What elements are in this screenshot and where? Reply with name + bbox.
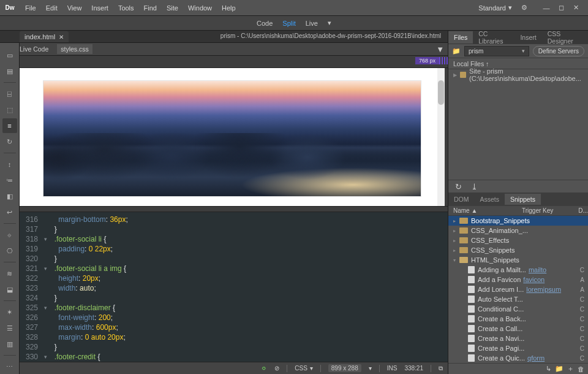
close-tab-icon[interactable]: ✕ xyxy=(59,34,64,40)
sync-icon[interactable]: ⚙ xyxy=(519,3,529,13)
snippet-item[interactable]: Create a Call...C xyxy=(448,324,588,334)
document-tab[interactable]: index.html ✕ xyxy=(20,31,69,42)
filter-icon[interactable]: ▼ xyxy=(436,45,444,54)
maximize-icon[interactable]: ◻ xyxy=(556,3,566,13)
minimize-icon[interactable]: — xyxy=(541,3,551,13)
snippet-item[interactable]: Adding a Mailt...mailtoC xyxy=(448,265,588,275)
code-line[interactable]: 317 } xyxy=(20,224,448,234)
tool-more[interactable]: ⋯ xyxy=(2,359,17,374)
tool-comment[interactable]: ◧ xyxy=(2,189,17,204)
snippets-header[interactable]: Name ▲ Trigger Key D... xyxy=(448,205,588,216)
snippet-folder[interactable]: ▸Bootstrap_Snippets xyxy=(448,216,588,226)
tool-inspect[interactable]: ≡ xyxy=(2,118,17,133)
tab-snippets[interactable]: Snippets xyxy=(505,194,541,205)
menu-tools[interactable]: Tools xyxy=(114,2,138,14)
site-root[interactable]: ▶ Site - prism (C:\Users\nishkuma\Deskto… xyxy=(448,69,588,80)
code-line[interactable]: 327 max-width: 600px; xyxy=(20,322,448,332)
right-panels: FilesCC LibrariesInsertCSS Designer 📁 pr… xyxy=(448,31,588,374)
menu-help[interactable]: Help xyxy=(217,2,240,14)
snippet-folder[interactable]: ▸CSS_Snippets xyxy=(448,245,588,255)
tool-lint1[interactable]: ⟐ xyxy=(2,227,17,242)
tool-format[interactable]: ≔ xyxy=(2,173,17,188)
tab-files[interactable]: Files xyxy=(448,31,473,44)
tab-dom[interactable]: DOM xyxy=(448,194,475,205)
tool-lint2[interactable]: ⎔ xyxy=(2,243,17,258)
tool-b[interactable]: ⬓ xyxy=(2,282,17,297)
mode-split[interactable]: Split xyxy=(282,20,295,27)
code-line[interactable]: 319 padding: 0 22px; xyxy=(20,244,448,254)
tool-a[interactable]: ≋ xyxy=(2,266,17,281)
tool-live-view[interactable]: ⬚ xyxy=(2,102,17,117)
code-line[interactable]: 328 margin: 0 auto 20px; xyxy=(20,332,448,342)
menu-insert[interactable]: Insert xyxy=(87,2,113,14)
code-line[interactable]: 326 font-weight: 200; xyxy=(20,313,448,322)
live-view[interactable] xyxy=(20,68,448,206)
footer-new-folder-icon[interactable]: 📁 xyxy=(555,365,564,373)
refresh-panel-icon[interactable]: ↻ xyxy=(453,181,463,191)
tab-insert[interactable]: Insert xyxy=(514,31,541,44)
snippet-item[interactable]: Create a Back...C xyxy=(448,314,588,324)
tool-collapse[interactable]: ↕ xyxy=(2,157,17,172)
code-line[interactable]: 323 width: auto; xyxy=(20,283,448,293)
css-indicator[interactable]: CSS ▾ xyxy=(295,365,313,372)
viewport-size[interactable]: 899 x 288 xyxy=(328,364,361,372)
site-dropdown[interactable]: prism xyxy=(464,46,529,56)
code-line[interactable]: 321▾ .footer-social li a img { xyxy=(20,264,448,273)
workspace-switcher[interactable]: Standard ▾ xyxy=(478,4,512,12)
mode-code[interactable]: Code xyxy=(257,20,273,27)
menu-window[interactable]: Window xyxy=(184,2,216,14)
menu-find[interactable]: Find xyxy=(140,2,161,14)
footer-insert-icon[interactable]: ↳ xyxy=(546,365,551,373)
cursor-pos: 338:21 xyxy=(404,365,423,372)
code-line[interactable]: 325▾ .footer-disclaimer { xyxy=(20,303,448,313)
tool-file-manage[interactable]: ▤ xyxy=(2,64,17,78)
snippet-folder[interactable]: ▾HTML_Snippets xyxy=(448,255,588,265)
snippet-item[interactable]: Create a Navi...C xyxy=(448,334,588,343)
live-options-dropdown[interactable]: ▾ xyxy=(328,19,331,27)
tool-d[interactable]: ☰ xyxy=(2,321,17,335)
define-servers-button[interactable]: Define Servers xyxy=(533,46,584,56)
close-icon[interactable]: ✕ xyxy=(571,3,581,13)
code-line[interactable]: 329 } xyxy=(20,342,448,352)
snippet-item[interactable]: Add a FaviconfaviconA xyxy=(448,275,588,284)
ruler[interactable]: 768 px xyxy=(20,56,448,68)
code-line[interactable]: 324 } xyxy=(20,293,448,303)
code-line[interactable]: 316 margin-bottom: 36px; xyxy=(20,215,448,224)
tool-open[interactable]: ⌸ xyxy=(2,86,17,101)
preview-icon[interactable]: ⧉ xyxy=(439,365,443,372)
tab-assets[interactable]: Assets xyxy=(475,194,505,205)
related-Live-Code[interactable]: Live Code xyxy=(20,45,48,53)
tool-refresh[interactable]: ↻ xyxy=(2,134,17,149)
status-error-icon[interactable]: ⊘ xyxy=(274,365,279,372)
snippet-item[interactable]: Create a Quic...qformC xyxy=(448,353,588,363)
upload-icon[interactable]: ⤓ xyxy=(469,181,479,191)
snippet-folder[interactable]: ▸CSS_Effects xyxy=(448,235,588,245)
tool-c[interactable]: ✶ xyxy=(2,305,17,319)
ruler-breakpoint[interactable]: 768 px xyxy=(415,57,439,64)
snippet-item[interactable]: Add Loreum I...loremipsumA xyxy=(448,284,588,294)
menu-site[interactable]: Site xyxy=(162,2,183,14)
footer-delete-icon[interactable]: 🗑 xyxy=(578,365,584,373)
insert-mode[interactable]: INS xyxy=(387,365,398,372)
code-line[interactable]: 322 height: 20px; xyxy=(20,273,448,283)
menu-file[interactable]: File xyxy=(21,2,40,14)
code-line[interactable]: 330▾ .footer-credit { xyxy=(20,352,448,362)
pane-splitter[interactable] xyxy=(20,206,448,212)
snippet-folder[interactable]: ▸CSS_Animation_... xyxy=(448,226,588,235)
menu-view[interactable]: View xyxy=(63,2,86,14)
scrollbar[interactable] xyxy=(437,68,445,206)
footer-new-icon[interactable]: ＋ xyxy=(567,364,574,373)
code-editor[interactable]: 316 margin-bottom: 36px;317 }318▾ .foote… xyxy=(20,212,448,362)
snippet-item[interactable]: Create a Pagi...C xyxy=(448,343,588,353)
snippet-item[interactable]: Conditional C...C xyxy=(448,304,588,314)
tool-reveal[interactable]: ▭ xyxy=(2,48,17,63)
status-ok-icon[interactable]: ⭘ xyxy=(261,365,267,372)
code-line[interactable]: 318▾ .footer-social li { xyxy=(20,234,448,244)
related-styles-css[interactable]: styles.css xyxy=(57,44,92,54)
menu-edit[interactable]: Edit xyxy=(42,2,62,14)
code-line[interactable]: 320 } xyxy=(20,254,448,264)
tool-wrap[interactable]: ↩ xyxy=(2,205,17,219)
snippet-item[interactable]: Auto Select T...C xyxy=(448,294,588,304)
tool-e[interactable]: ▥ xyxy=(2,337,17,351)
mode-live[interactable]: Live xyxy=(306,20,318,27)
